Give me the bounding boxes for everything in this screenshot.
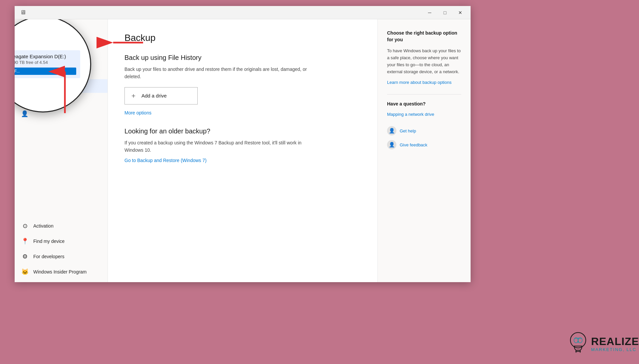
drive-name: Seagate Expansion D(E:) xyxy=(15,54,76,59)
older-backup-desc: If you created a backup using the Window… xyxy=(124,139,311,154)
page-title: Backup xyxy=(124,33,361,43)
learn-more-link[interactable]: Learn more about backup options xyxy=(387,80,461,85)
give-feedback-link[interactable]: Give feedback xyxy=(400,142,427,147)
minimize-button[interactable]: ─ xyxy=(422,7,437,18)
drive-popup-inner: Seagate Expansion D(E:) 1.90 TB free of … xyxy=(15,44,90,85)
realize-text-group: REALIZE MARKETING, LLC xyxy=(591,336,639,352)
drive-popup: Seagate Expansion D(E:) 1.90 TB free of … xyxy=(15,19,98,119)
realize-logo: REALIZE MARKETING, LLC xyxy=(566,331,639,357)
sidebar-item-activation[interactable]: ⊙ Activation xyxy=(15,218,107,234)
sidebar-developers-label: For developers xyxy=(33,254,64,259)
find-device-icon: 📍 xyxy=(21,238,29,245)
add-drive-button[interactable]: ＋ Add a drive xyxy=(124,87,198,104)
older-backup-section: Looking for an older backup? If you crea… xyxy=(124,127,361,163)
add-drive-label: Add a drive xyxy=(141,93,167,98)
sidebar: Seagate Expansion D(E:) 1.90 TB free of … xyxy=(15,19,108,282)
drive-list-item[interactable]: Seagate Expansion D(E:) 1.90 TB free of … xyxy=(15,50,80,78)
titlebar: 🖥 ─ □ ✕ xyxy=(15,6,471,19)
main-content: Backup Back up using File History Back u… xyxy=(108,19,471,282)
restore-link[interactable]: Go to Backup and Restore (Windows 7) xyxy=(124,158,207,163)
titlebar-controls: ─ □ ✕ xyxy=(422,7,468,18)
taskbar-icon: 🖥 xyxy=(17,9,26,16)
activation-icon: ⊙ xyxy=(21,222,29,230)
drive-space: 1.90 TB free of 4.54 xyxy=(15,60,76,65)
realize-bulb-icon xyxy=(566,331,590,357)
close-button[interactable]: ✕ xyxy=(453,7,468,18)
file-history-title: Back up using File History xyxy=(124,54,361,62)
insider-icon: 🐱 xyxy=(21,268,29,275)
drive-select-button[interactable]: F... xyxy=(15,68,76,75)
get-help-link[interactable]: Get help xyxy=(400,128,416,133)
get-help-icon: 👤 xyxy=(387,126,396,135)
content-area: Seagate Expansion D(E:) 1.90 TB free of … xyxy=(15,19,471,282)
sidebar-item-find-my-device[interactable]: 📍 Find my device xyxy=(15,234,107,249)
older-backup-title: Looking for an older backup? xyxy=(124,127,361,135)
sidebar-item-windows-insider[interactable]: 🐱 Windows Insider Program xyxy=(15,264,107,279)
sidebar-item-for-developers[interactable]: ⚙ For developers xyxy=(15,249,107,264)
settings-window: 🖥 ─ □ ✕ Seagate Expansion D(E:) 1.90 TB … xyxy=(15,6,471,282)
get-help-item: 👤 Get help xyxy=(387,126,461,135)
have-question: Have a question? xyxy=(387,101,461,106)
sidebar-find-device-label: Find my device xyxy=(33,239,65,244)
mapping-link[interactable]: Mapping a network drive xyxy=(387,112,461,117)
realize-brand-sub: MARKETING, LLC xyxy=(591,347,639,352)
sidebar-bottom-items: ⊙ Activation 📍 Find my device ⚙ For deve… xyxy=(15,218,107,279)
main-center: Backup Back up using File History Back u… xyxy=(108,19,377,282)
developers-icon: ⚙ xyxy=(21,253,29,260)
realize-brand-text: REALIZE xyxy=(591,336,639,347)
choose-title: Choose the right backup option for you xyxy=(387,30,461,43)
file-history-desc: Back up your files to another drive and … xyxy=(124,66,311,81)
sidebar-activation-label: Activation xyxy=(33,223,54,229)
sidebar-insider-label: Windows Insider Program xyxy=(33,269,87,274)
more-options-link[interactable]: More options xyxy=(124,110,151,115)
maximize-button[interactable]: □ xyxy=(437,7,453,18)
give-feedback-item: 👤 Give feedback xyxy=(387,140,461,149)
add-icon: ＋ xyxy=(130,91,137,100)
drive-popup-circle: Seagate Expansion D(E:) 1.90 TB free of … xyxy=(15,19,91,112)
right-sidebar: Choose the right backup option for you T… xyxy=(377,19,471,282)
give-feedback-icon: 👤 xyxy=(387,140,396,149)
choose-desc: To have Windows back up your files to a … xyxy=(387,48,461,75)
right-divider xyxy=(387,94,461,94)
